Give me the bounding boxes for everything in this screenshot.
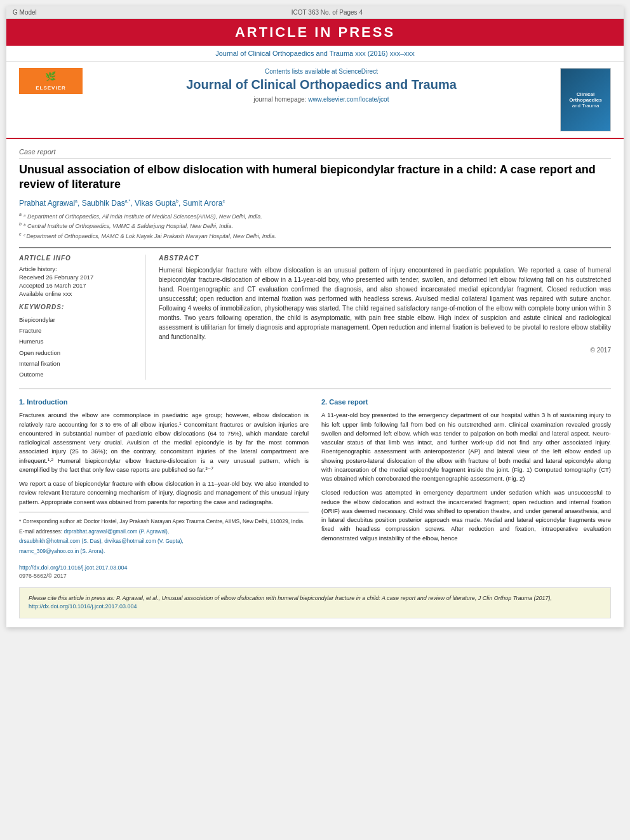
keywords-list: Biepicondylar Fracture Humerus Open redu… (19, 314, 137, 380)
g-model-label: G Model (13, 9, 37, 16)
case-para-2: Closed reduction was attempted in emerge… (321, 488, 611, 543)
journal-title-main: Journal of Clinical Orthopaedics and Tra… (95, 77, 547, 92)
keyword-3: Humerus (19, 336, 137, 347)
journal-header-center: Contents lists available at ScienceDirec… (95, 68, 547, 103)
affiliations: a ᵃ Department of Orthopaedics, All Indi… (19, 211, 611, 241)
bottom-citation-bar: Please cite this article in press as: P.… (19, 587, 611, 618)
keyword-5: Internal fixation (19, 358, 137, 369)
introduction-title: 1. Introduction (19, 397, 309, 408)
info-abstract-section: ARTICLE INFO Article history: Received 2… (19, 247, 611, 380)
abstract-text: Humeral biepicondylar fracture with elbo… (159, 265, 611, 342)
doi-url[interactable]: http://dx.doi.org/10.1016/j.jcot.2017.03… (19, 564, 309, 573)
introduction-column: 1. Introduction Fractures around the elb… (19, 397, 309, 581)
journal-homepage: journal homepage: www.elsevier.com/locat… (95, 96, 547, 103)
corresponding-note: * Corresponding author at: Doctor Hostel… (19, 517, 309, 526)
bottom-doi-url[interactable]: http://dx.doi.org/10.1016/j.jcot.2017.03… (29, 603, 137, 610)
available-online: Available online xxx (19, 290, 137, 297)
article-in-press-banner: ARTICLE IN PRESS (6, 19, 624, 46)
top-banner: G Model ICOT 363 No. of Pages 4 (6, 6, 624, 19)
affiliation-a: a ᵃ Department of Orthopaedics, All Indi… (19, 211, 611, 222)
content-area: Case report Unusual association of elbow… (6, 139, 624, 627)
keyword-4: Open reduction (19, 347, 137, 358)
author-vikas: Vikas Guptab, (135, 199, 183, 208)
email-1: drprabhat.agrawal@gmail.com (P. Agrawal)… (64, 528, 169, 535)
doi-section: http://dx.doi.org/10.1016/j.jcot.2017.03… (19, 560, 309, 581)
article-info-title: ARTICLE INFO (19, 255, 137, 262)
affiliation-b: b ᵇ Central Institute of Orthopaedics, V… (19, 221, 611, 231)
issn: 0976-5662/© 2017 (19, 572, 309, 581)
keywords-label: Keywords: (19, 303, 137, 310)
received-date: Received 26 February 2017 (19, 274, 137, 281)
intro-para-2: We report a case of biepicondylar fractu… (19, 479, 309, 507)
journal-link-bar: Journal of Clinical Orthopaedics and Tra… (6, 46, 624, 62)
intro-para-1: Fractures around the elbow are commonpla… (19, 411, 309, 474)
keyword-2: Fracture (19, 325, 137, 336)
keywords-section: Keywords: Biepicondylar Fracture Humerus… (19, 303, 137, 380)
email-label-text: E-mail addresses: (19, 528, 62, 535)
body-section: 1. Introduction Fractures around the elb… (19, 389, 611, 581)
journal-header: 🌿 ELSEVIER Contents lists available at S… (6, 62, 624, 139)
authors-line: Prabhat Agrawala, Saubhik Dasa,*, Vikas … (19, 199, 611, 208)
email-3: mamc_309@yahoo.co.in (S. Arora). (19, 547, 309, 556)
cover-image: Clinical Orthopaedics and Trauma (560, 68, 611, 131)
article-in-press-text: ARTICLE IN PRESS (235, 24, 395, 40)
author-saubhik: Saubhik Dasa,*, (82, 199, 135, 208)
affiliation-c: c ᶜ Department of Orthopaedics, MAMC & L… (19, 231, 611, 241)
case-report-title: 2. Case report (321, 397, 611, 408)
contents-available: Contents lists available at ScienceDirec… (95, 68, 547, 75)
author-sumit: Sumit Arorac (183, 199, 225, 208)
homepage-url[interactable]: www.elsevier.com/locate/jcot (308, 96, 389, 103)
email-2: drsaubhikh@hotmail.com (S. Das), drvikas… (19, 537, 309, 545)
article-type-label: Case report (19, 148, 611, 159)
email-label: E-mail addresses: drprabhat.agrawal@gmai… (19, 528, 309, 536)
footnote-area: * Corresponding author at: Doctor Hostel… (19, 512, 309, 560)
abstract-column: ABSTRACT Humeral biepicondylar fracture … (159, 255, 611, 380)
homepage-label: journal homepage: (254, 96, 307, 103)
please-cite-label: Please cite this article in press as: P.… (29, 595, 552, 601)
article-info-column: ARTICLE INFO Article history: Received 2… (19, 255, 146, 380)
model-number: ICOT 363 No. of Pages 4 (292, 9, 363, 16)
author-prabhat: Prabhat Agrawala, (19, 199, 82, 208)
abstract-title: ABSTRACT (159, 255, 611, 262)
sciencedirect-link[interactable]: ScienceDirect (338, 68, 378, 75)
journal-cover: Clinical Orthopaedics and Trauma (560, 68, 611, 131)
accepted-date: Accepted 16 March 2017 (19, 282, 137, 289)
elsevier-logo: 🌿 ELSEVIER (19, 68, 83, 94)
logo-box: 🌿 ELSEVIER (19, 68, 83, 94)
keyword-6: Outcome (19, 369, 137, 380)
contents-label: Contents lists available at (265, 68, 337, 75)
article-title: Unusual association of elbow dislocation… (19, 163, 611, 192)
case-report-column: 2. Case report A 11-year-old boy present… (321, 397, 611, 581)
keyword-1: Biepicondylar (19, 314, 137, 325)
journal-link-text: Journal of Clinical Orthopaedics and Tra… (215, 50, 415, 57)
copyright: © 2017 (159, 347, 611, 354)
history-label: Article history: (19, 265, 137, 272)
case-para-1: A 11-year-old boy presented to the emerg… (321, 411, 611, 483)
